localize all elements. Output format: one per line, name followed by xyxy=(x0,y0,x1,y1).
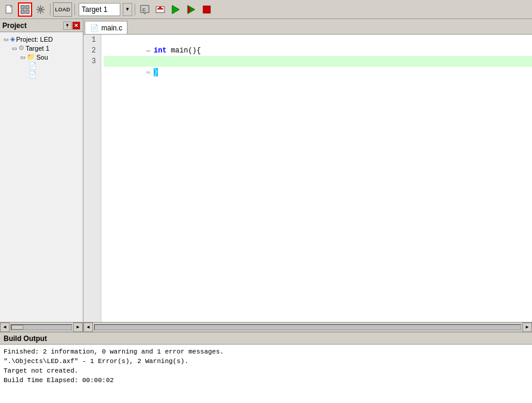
line-numbers: 1 2 3 xyxy=(83,35,101,322)
project-panel-controls: 🖈 ✕ xyxy=(63,21,80,30)
line-num-2: 2 xyxy=(83,45,98,56)
build-output-header: Build Output xyxy=(0,333,532,345)
project-panel-close[interactable]: ✕ xyxy=(72,21,80,30)
compile-button[interactable]: C xyxy=(138,2,152,17)
load-label: LOAD xyxy=(55,7,70,13)
tab-bar: 📄 main.c xyxy=(83,19,532,35)
tree-item-project[interactable]: ▭ ◈ Project: LED xyxy=(1,35,82,44)
project-panel-pin[interactable]: 🖈 xyxy=(63,21,71,30)
project-scroll-track[interactable] xyxy=(11,324,72,330)
code-text-1: main(){ xyxy=(167,46,201,55)
svg-point-5 xyxy=(39,8,42,11)
project-scroll-right[interactable]: ► xyxy=(73,323,83,332)
editor-scroll-track[interactable] xyxy=(94,324,521,330)
run-button[interactable] xyxy=(169,2,183,17)
expand-icon-source: ▭ xyxy=(20,54,26,60)
fold-icon-1: ▭ xyxy=(147,48,154,54)
svg-rect-2 xyxy=(26,5,29,9)
svg-marker-11 xyxy=(172,5,179,14)
line-num-3: 3 xyxy=(83,56,98,67)
code-line-3: ▭ } xyxy=(104,56,532,67)
expand-icon-target: ▭ xyxy=(12,45,17,51)
project-panel-title: Project xyxy=(2,21,27,30)
svg-text:C: C xyxy=(142,8,145,12)
editor-scroll-right[interactable]: ► xyxy=(522,323,532,332)
main-area: Project 🖈 ✕ ▭ ◈ Project: LED ▭ ⚙ Target … xyxy=(0,19,532,331)
fold-icon-3: ▭ xyxy=(147,69,154,76)
keyword-int: int xyxy=(154,46,167,55)
fold-icon-2 xyxy=(147,58,154,65)
build-output-content: Finished: 2 information, 0 warning and 1… xyxy=(0,345,532,403)
tree-item-file2[interactable]: 📄 xyxy=(1,70,82,79)
separator-2 xyxy=(74,4,75,16)
project-label: Project: LED xyxy=(16,36,53,43)
file2-icon: 📄 xyxy=(29,71,37,79)
target-label: Target 1 xyxy=(26,45,49,52)
svg-rect-14 xyxy=(203,6,210,13)
tab-main-c[interactable]: 📄 main.c xyxy=(85,21,127,34)
project-tree: ▭ ◈ Project: LED ▭ ⚙ Target 1 ▭ 📁 Sou 📄 xyxy=(0,32,83,322)
build-line-2: ".\Objects\LED.axf" - 1 Error(s), 2 Warn… xyxy=(4,356,528,366)
tab-label: main.c xyxy=(101,24,122,32)
project-scroll-left[interactable]: ◄ xyxy=(0,323,10,332)
code-content[interactable]: ▭ int main(){ ▭ } xyxy=(101,35,532,322)
svg-rect-3 xyxy=(21,10,24,14)
code-editor[interactable]: 1 2 3 ▭ int main(){ ▭ } xyxy=(83,35,532,322)
target-icon: ⚙ xyxy=(18,44,24,52)
settings-button[interactable] xyxy=(33,2,48,17)
build-button[interactable] xyxy=(153,2,167,17)
toolbar: LOAD Target 1 ▼ C xyxy=(0,0,532,19)
line-num-1: 1 xyxy=(83,35,98,45)
grid-button[interactable] xyxy=(18,2,32,17)
project-panel-header: Project 🖈 ✕ xyxy=(0,19,83,32)
expand-icon-project: ▭ xyxy=(4,36,9,42)
editor-hscrollbar: ◄ ► xyxy=(83,322,532,331)
stop-button[interactable] xyxy=(200,2,214,17)
target-dropdown-arrow[interactable]: ▼ xyxy=(123,3,132,16)
tree-item-source-folder[interactable]: ▭ 📁 Sou xyxy=(1,52,82,61)
build-output-panel: Build Output Finished: 2 information, 0 … xyxy=(0,331,532,403)
project-panel: Project 🖈 ✕ ▭ ◈ Project: LED ▭ ⚙ Target … xyxy=(0,19,83,331)
build-line-1: Finished: 2 information, 0 warning and 1… xyxy=(4,347,528,356)
tree-item-file1[interactable]: 📄 xyxy=(1,61,82,70)
folder-icon: 📁 xyxy=(27,53,35,61)
closing-brace: } xyxy=(154,68,158,76)
debug-button[interactable] xyxy=(184,2,198,17)
source-folder-label: Sou xyxy=(36,54,48,61)
separator-3 xyxy=(135,4,135,16)
tab-file-icon: 📄 xyxy=(90,24,99,32)
svg-rect-4 xyxy=(26,10,29,14)
project-hscrollbar: ◄ ► xyxy=(0,322,83,331)
separator-1 xyxy=(50,4,51,16)
new-file-button[interactable] xyxy=(2,2,17,17)
target-name: Target 1 xyxy=(82,5,107,14)
project-icon: ◈ xyxy=(10,35,15,43)
tree-item-target[interactable]: ▭ ⚙ Target 1 xyxy=(1,44,82,52)
svg-rect-1 xyxy=(21,5,24,9)
code-line-1: ▭ int main(){ xyxy=(104,35,532,45)
load-button[interactable]: LOAD xyxy=(53,2,72,17)
project-scroll-thumb[interactable] xyxy=(11,325,23,330)
build-line-3: Target not created. xyxy=(4,366,528,376)
editor-area: 📄 main.c 1 2 3 ▭ int main(){ xyxy=(83,19,532,331)
target-dropdown[interactable]: Target 1 xyxy=(79,3,120,16)
build-line-4: Build Time Elapsed: 00:00:02 xyxy=(4,376,528,385)
file1-icon: 📄 xyxy=(29,62,37,70)
editor-scroll-left[interactable]: ◄ xyxy=(83,323,93,332)
build-output-title: Build Output xyxy=(4,334,47,343)
